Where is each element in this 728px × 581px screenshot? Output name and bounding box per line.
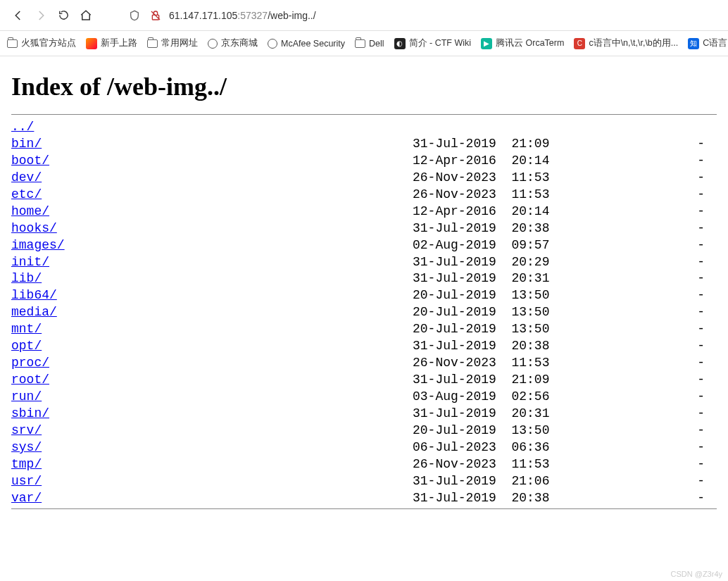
entry-size: - — [550, 170, 705, 187]
entry-size: - — [550, 204, 705, 220]
url-text: 61.147.171.105:57327/web-img../ — [169, 10, 316, 21]
entry-size: - — [550, 439, 705, 456]
bookmark-label: C语言| 字符串 — [703, 37, 728, 49]
listing-row: mnt/20-Jul-2019 13:50- — [11, 321, 717, 338]
parent-link-row: ../ — [11, 119, 717, 136]
entry-size: - — [550, 456, 705, 473]
favicon-icon: C — [574, 38, 585, 49]
directory-link[interactable]: opt/ — [11, 339, 42, 353]
entry-date: 20-Jul-2019 13:50 — [413, 304, 550, 321]
directory-link[interactable]: srv/ — [11, 423, 42, 437]
entry-size: - — [550, 270, 705, 287]
bookmark-item[interactable]: 火狐官方站点 — [7, 37, 76, 49]
entry-size: - — [550, 136, 705, 153]
bookmarks-bar: 火狐官方站点新手上路常用网址京东商城McAfee SecurityDell◐简介… — [0, 31, 728, 56]
directory-link[interactable]: mnt/ — [11, 322, 42, 336]
entry-date: 12-Apr-2016 20:14 — [413, 204, 550, 220]
entry-date: 02-Aug-2019 09:57 — [413, 237, 550, 254]
folder-icon — [355, 39, 365, 48]
firefox-icon — [86, 38, 97, 49]
directory-link[interactable]: media/ — [11, 305, 57, 319]
bookmark-item[interactable]: 新手上路 — [86, 37, 137, 49]
directory-link[interactable]: bin/ — [11, 137, 42, 151]
directory-listing: ../bin/31-Jul-2019 21:09-boot/12-Apr-201… — [11, 119, 717, 507]
bookmark-item[interactable]: Dell — [355, 39, 384, 49]
favicon-icon: 知 — [688, 38, 699, 49]
bookmark-item[interactable]: ◐简介 - CTF Wiki — [394, 37, 471, 49]
directory-link[interactable]: lib/ — [11, 271, 42, 285]
entry-size: - — [550, 220, 705, 237]
listing-row: lib/31-Jul-2019 20:31- — [11, 270, 717, 287]
globe-icon — [208, 39, 218, 49]
page-title: Index of /web-img../ — [11, 72, 717, 101]
directory-link[interactable]: proc/ — [11, 356, 49, 370]
back-button[interactable] — [8, 6, 28, 25]
listing-row: dev/26-Nov-2023 11:53- — [11, 170, 717, 187]
listing-row: sbin/31-Jul-2019 20:31- — [11, 406, 717, 423]
home-button[interactable] — [76, 6, 96, 25]
folder-icon — [7, 39, 18, 48]
entry-date: 20-Jul-2019 13:50 — [413, 321, 550, 338]
entry-date: 20-Jul-2019 13:50 — [413, 287, 550, 304]
directory-link[interactable]: var/ — [11, 491, 42, 505]
entry-size: - — [550, 287, 705, 304]
directory-link[interactable]: home/ — [11, 204, 49, 218]
directory-link[interactable]: boot/ — [11, 154, 49, 168]
entry-size: - — [550, 389, 705, 406]
entry-date: 12-Apr-2016 20:14 — [413, 153, 550, 170]
directory-link[interactable]: lib64/ — [11, 288, 57, 302]
listing-row: boot/12-Apr-2016 20:14- — [11, 153, 717, 170]
folder-icon — [147, 39, 158, 48]
directory-link[interactable]: sbin/ — [11, 406, 49, 420]
entry-size: - — [550, 304, 705, 321]
directory-link[interactable]: hooks/ — [11, 221, 57, 235]
bookmark-item[interactable]: Cc语言中\n,\t,\r,\b的用... — [574, 37, 678, 49]
directory-link[interactable]: init/ — [11, 255, 49, 269]
listing-row: tmp/26-Nov-2023 11:53- — [11, 456, 717, 473]
listing-row: srv/20-Jul-2019 13:50- — [11, 423, 717, 439]
directory-link[interactable]: usr/ — [11, 474, 42, 488]
entry-date: 31-Jul-2019 21:09 — [413, 372, 550, 389]
entry-date: 31-Jul-2019 20:38 — [413, 490, 550, 507]
listing-row: sys/06-Jul-2023 06:36- — [11, 439, 717, 456]
entry-size: - — [550, 187, 705, 204]
bookmark-item[interactable]: McAfee Security — [268, 39, 345, 49]
globe-icon — [268, 39, 277, 49]
bookmark-item[interactable]: 京东商城 — [208, 37, 258, 49]
bookmark-item[interactable]: 知C语言| 字符串 — [688, 37, 728, 49]
listing-row: usr/31-Jul-2019 21:06- — [11, 473, 717, 490]
bookmark-item[interactable]: ▶腾讯云 OrcaTerm — [481, 37, 564, 49]
divider — [11, 114, 717, 115]
divider — [11, 508, 717, 509]
listing-row: home/12-Apr-2016 20:14- — [11, 204, 717, 220]
entry-date: 26-Nov-2023 11:53 — [413, 187, 550, 204]
directory-link[interactable]: tmp/ — [11, 457, 42, 471]
bookmark-item[interactable]: 常用网址 — [147, 37, 198, 49]
bookmark-label: 新手上路 — [101, 37, 137, 49]
entry-size: - — [550, 254, 705, 271]
directory-link[interactable]: root/ — [11, 373, 49, 387]
listing-row: images/02-Aug-2019 09:57- — [11, 237, 717, 254]
directory-link[interactable]: sys/ — [11, 440, 42, 454]
directory-link[interactable]: images/ — [11, 238, 65, 252]
entry-date: 20-Jul-2019 13:50 — [413, 423, 550, 439]
reload-button[interactable] — [54, 6, 73, 25]
entry-size: - — [550, 372, 705, 389]
listing-row: media/20-Jul-2019 13:50- — [11, 304, 717, 321]
bookmark-label: 京东商城 — [221, 37, 258, 49]
parent-link[interactable]: ../ — [11, 120, 34, 134]
address-bar[interactable]: 61.147.171.105:57327/web-img../ — [127, 8, 720, 23]
listing-row: var/31-Jul-2019 20:38- — [11, 490, 717, 507]
bookmark-label: 常用网址 — [161, 37, 198, 49]
listing-row: etc/26-Nov-2023 11:53- — [11, 187, 717, 204]
forward-button[interactable] — [31, 6, 51, 25]
entry-size: - — [550, 406, 705, 423]
listing-row: lib64/20-Jul-2019 13:50- — [11, 287, 717, 304]
entry-date: 26-Nov-2023 11:53 — [413, 355, 550, 372]
directory-link[interactable]: run/ — [11, 389, 42, 404]
directory-link[interactable]: etc/ — [11, 187, 42, 201]
directory-link[interactable]: dev/ — [11, 170, 42, 185]
insecure-lock-icon — [148, 8, 163, 23]
favicon-icon: ◐ — [394, 38, 406, 49]
entry-size: - — [550, 473, 705, 490]
